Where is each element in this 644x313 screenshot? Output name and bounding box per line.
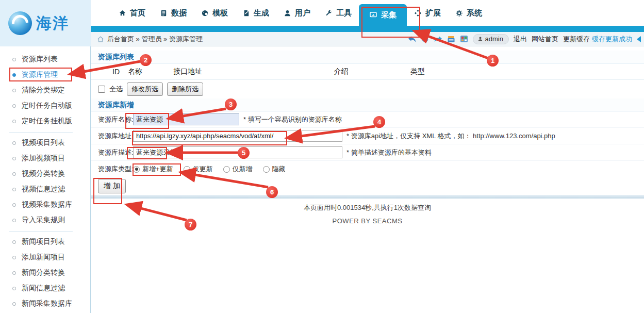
collapse-arrow-icon[interactable] xyxy=(637,36,641,42)
bullet-icon xyxy=(12,287,16,290)
modify-selected-button[interactable]: 修改所选 xyxy=(127,83,163,96)
bullet-icon xyxy=(12,120,16,123)
resource-type-options: 新增+更新 仅更新 仅新增 隐藏 xyxy=(133,164,286,174)
radio-label: 新增+更新 xyxy=(142,164,173,174)
resource-name-hint: * 填写一个容易识别的资源库名称 xyxy=(243,115,342,124)
generate-icon xyxy=(242,9,250,17)
undo-icon xyxy=(408,36,417,43)
quick-toolbar: admin 退出 网站首页 更新缓存 缓存更新成功 xyxy=(408,34,641,44)
bullet-icon xyxy=(12,188,16,191)
radio-option-add-update[interactable]: 新增+更新 xyxy=(133,164,173,174)
submit-row: 增 加 xyxy=(91,177,644,195)
sidebar-item-news-category-convert[interactable]: 新闻分类转换 xyxy=(0,265,90,281)
bullet-icon xyxy=(12,240,16,244)
sidebar-item-resource-list[interactable]: 资源库列表 xyxy=(0,52,90,67)
home-outline-icon xyxy=(97,36,104,43)
resource-name-input[interactable] xyxy=(133,113,239,125)
nav-label: 系统 xyxy=(467,8,482,18)
undo-button[interactable] xyxy=(408,36,417,43)
extend-icon xyxy=(414,9,422,17)
sidebar-item-add-video-project[interactable]: 添加视频项目 xyxy=(0,151,90,166)
refresh-button[interactable] xyxy=(421,35,429,43)
sidebar-item-video-project-list[interactable]: 视频项目列表 xyxy=(0,135,90,151)
redo-icon xyxy=(434,36,442,43)
column-name: 名称 xyxy=(128,67,173,76)
list-section-title: 资源库列表 xyxy=(91,51,644,63)
nav-item-generate[interactable]: 生成 xyxy=(235,0,276,26)
sidebar-item-news-info-filter[interactable]: 新闻信息过滤 xyxy=(0,281,90,296)
resource-desc-input[interactable] xyxy=(133,146,342,158)
nav-label: 用户 xyxy=(295,8,310,18)
nav-label: 扩展 xyxy=(425,8,441,18)
resource-api-hint: * 资源库api地址，仅支持 XML 格式，如： http://www.123.… xyxy=(346,131,555,141)
nav-item-system[interactable]: 系统 xyxy=(448,0,489,26)
sidebar-item-label: 视频项目列表 xyxy=(22,138,65,147)
radio-option-hidden[interactable]: 隐藏 xyxy=(263,164,286,174)
bullet-icon xyxy=(12,302,16,306)
sidebar-item-add-news-project[interactable]: 添加新闻项目 xyxy=(0,250,90,265)
archive-button[interactable] xyxy=(447,35,455,43)
nav-item-tools[interactable]: 工具 xyxy=(318,0,359,26)
system-icon xyxy=(455,9,463,17)
add-button[interactable]: 增 加 xyxy=(98,179,126,193)
form-row-type: 资源库类型: 新增+更新 仅更新 仅新增 隐藏 xyxy=(91,161,644,177)
logout-link[interactable]: 退出 xyxy=(514,35,527,44)
body: 资源库列表 资源库管理 清除分类绑定 定时任务自动版 定时任务挂机版 视频项目列… xyxy=(0,46,644,313)
dashboard-button[interactable] xyxy=(460,35,468,43)
nav-label: 首页 xyxy=(130,8,145,18)
sidebar-item-news-project-list[interactable]: 新闻项目列表 xyxy=(0,234,90,250)
nav-item-extend[interactable]: 扩展 xyxy=(407,0,448,26)
site-home-link[interactable]: 网站首页 xyxy=(532,35,558,44)
radio-option-update-only[interactable]: 仅更新 xyxy=(184,164,213,174)
radio-icon xyxy=(184,166,190,173)
radio-label: 仅更新 xyxy=(193,164,213,174)
sidebar-item-resource-manage[interactable]: 资源库管理 xyxy=(0,67,90,83)
brand-wave-icon xyxy=(8,11,32,35)
accent-stripe xyxy=(91,26,644,32)
form-row-name: 资源库名称: * 填写一个容易识别的资源库名称 xyxy=(91,111,644,128)
resource-api-label: 资源库地址: xyxy=(98,131,133,141)
select-all-label: 全选 xyxy=(109,85,123,94)
bullet-icon xyxy=(12,141,16,145)
sidebar-item-label: 视频采集数据库 xyxy=(22,200,72,209)
sidebar-item-video-info-filter[interactable]: 视频信息过滤 xyxy=(0,182,90,197)
sidebar-divider xyxy=(9,231,73,232)
sidebar-item-import-rules[interactable]: 导入采集规则 xyxy=(0,212,90,228)
resource-desc-hint: * 简单描述资源库的基本资料 xyxy=(346,148,432,157)
sidebar-item-video-category-convert[interactable]: 视频分类转换 xyxy=(0,166,90,182)
nav-item-home[interactable]: 首页 xyxy=(111,0,153,26)
main-nav: 首页 数据 模板 生成 用户 xyxy=(91,0,644,26)
redo-button[interactable] xyxy=(434,36,442,43)
sidebar-item-label: 视频信息过滤 xyxy=(22,185,65,194)
sidebar-item-label: 添加视频项目 xyxy=(22,154,65,163)
bullet-icon xyxy=(12,172,16,176)
sidebar-item-label: 视频分类转换 xyxy=(22,169,65,178)
breadcrumb-text: 后台首页 » 管理员 » 资源库管理 xyxy=(107,35,203,44)
admin-user-badge[interactable]: admin xyxy=(473,34,509,44)
column-type: 类型 xyxy=(410,67,644,76)
sidebar-item-label: 新闻信息过滤 xyxy=(22,284,65,293)
nav-item-data[interactable]: 数据 xyxy=(153,0,194,26)
sidebar-item-video-collect-db[interactable]: 视频采集数据库 xyxy=(0,197,90,212)
sidebar-item-clear-binding[interactable]: 清除分类绑定 xyxy=(0,83,90,98)
sidebar-item-timer-hang[interactable]: 定时任务挂机版 xyxy=(0,113,90,129)
template-icon xyxy=(201,9,209,17)
resource-api-input[interactable] xyxy=(133,130,342,142)
sidebar-item-label: 资源库列表 xyxy=(22,55,58,64)
nav-item-user[interactable]: 用户 xyxy=(276,0,318,26)
sidebar-item-label: 新闻采集数据库 xyxy=(22,299,72,308)
refresh-icon xyxy=(421,35,429,43)
nav-item-collect[interactable]: 采集 xyxy=(359,4,407,26)
archive-box-icon xyxy=(447,35,455,43)
sidebar-item-label: 导入采集规则 xyxy=(22,216,65,225)
sidebar-item-news-collect-db[interactable]: 新闻采集数据库 xyxy=(0,296,90,311)
delete-selected-button[interactable]: 删除所选 xyxy=(167,83,203,96)
nav-label: 数据 xyxy=(171,8,187,18)
update-cache-link[interactable]: 更新缓存 xyxy=(563,35,590,44)
sidebar-item-label: 添加新闻项目 xyxy=(22,253,65,262)
page-stats: 本页面用时0.001534秒,共执行1次数据查询 xyxy=(91,203,644,212)
nav-item-template[interactable]: 模板 xyxy=(194,0,235,26)
select-all-checkbox[interactable] xyxy=(98,86,105,93)
sidebar-item-timer-auto[interactable]: 定时任务自动版 xyxy=(0,98,90,113)
radio-option-add-only[interactable]: 仅新增 xyxy=(223,164,253,174)
